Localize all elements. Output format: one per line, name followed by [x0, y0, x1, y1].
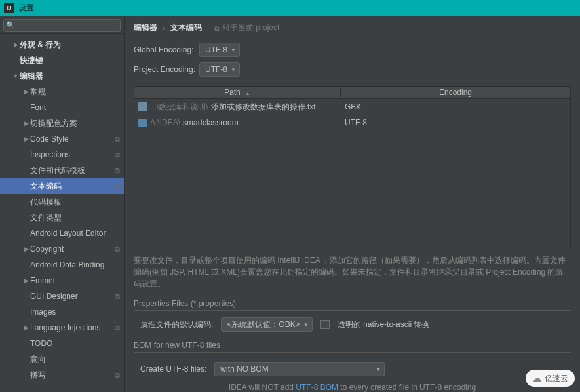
- sidebar-item-label: 拼写: [30, 370, 115, 381]
- sidebar-item[interactable]: ▶Code Style⧉: [0, 131, 124, 147]
- sidebar-item-label: 常规: [30, 87, 120, 98]
- table-row[interactable]: ...\数据库和说明\添加或修改数据库表的操作.txtGBK: [134, 99, 570, 115]
- sidebar-item[interactable]: Inspections⧉: [0, 147, 124, 163]
- encoding-hint: 要更改文件，目录或整个项目使用的编码 IntelliJ IDEA ，添加它的路径…: [134, 254, 571, 290]
- sidebar-item[interactable]: 拼写⧉: [0, 367, 124, 383]
- project-encoding-label: Project Encoding:: [134, 65, 199, 74]
- utf8-bom-link[interactable]: UTF-8 BOM: [296, 383, 338, 392]
- breadcrumb-separator: ›: [163, 24, 165, 33]
- settings-sidebar: 🔍 ▶外观 & 行为快捷键▼编辑器▶常规Font▶切换配色方案▶Code Sty…: [0, 16, 125, 392]
- cloud-icon: ☁: [532, 372, 542, 384]
- expand-arrow-icon: ▶: [22, 246, 30, 252]
- sidebar-item-label: 意向: [30, 354, 120, 365]
- chevron-down-icon: ▼: [231, 67, 236, 73]
- project-scope-icon: ⧉: [115, 167, 120, 175]
- sidebar-item-label: Images: [30, 307, 120, 317]
- sidebar-item-label: Language Injections: [30, 323, 115, 332]
- expand-arrow-icon: ▶: [22, 136, 30, 142]
- transparent-ascii-label: 透明的 native-to-ascii 转换: [338, 319, 430, 330]
- sidebar-item-label: TODO: [30, 339, 120, 348]
- sidebar-item-label: Android Data Binding: [30, 260, 120, 269]
- app-icon: IJ: [4, 3, 14, 13]
- sidebar-item[interactable]: Font: [0, 100, 124, 115]
- sidebar-item[interactable]: ▶Language Injections⧉: [0, 320, 124, 336]
- sidebar-item[interactable]: 代码模板: [0, 194, 124, 210]
- sidebar-item[interactable]: 快捷键: [0, 52, 124, 68]
- project-scope-icon: ⧉: [115, 182, 120, 191]
- expand-arrow-icon: ▶: [22, 88, 30, 95]
- sidebar-item[interactable]: GUI Designer⧉: [0, 288, 124, 304]
- sidebar-item[interactable]: ▶常规: [0, 84, 124, 100]
- global-encoding-dropdown[interactable]: UTF-8 ▼: [199, 43, 240, 57]
- path-cell: A:\IDEA\smartclassroom: [134, 118, 341, 127]
- sidebar-item-label: 编辑器: [20, 71, 120, 82]
- column-path[interactable]: Path ▲: [134, 88, 341, 97]
- expand-arrow-icon: ▼: [12, 73, 20, 79]
- sidebar-item-label: 快捷键: [20, 55, 120, 66]
- bom-hint: IDEA will NOT add UTF-8 BOM to every cre…: [134, 383, 571, 392]
- sidebar-item[interactable]: TODO: [0, 336, 124, 351]
- search-input[interactable]: [3, 19, 121, 32]
- window-titlebar: IJ 设置: [0, 0, 580, 16]
- sidebar-item[interactable]: 文件类型: [0, 210, 124, 225]
- sidebar-item[interactable]: Android Layout Editor: [0, 225, 124, 241]
- sidebar-item[interactable]: ▶外观 & 行为: [0, 37, 124, 52]
- project-scope-icon: ⧉: [115, 324, 120, 332]
- bom-dropdown[interactable]: with NO BOM ▼: [214, 362, 385, 376]
- transparent-ascii-checkbox[interactable]: [320, 320, 330, 329]
- properties-encoding-dropdown[interactable]: <系统默认值：GBK> ▼: [221, 317, 312, 332]
- path-cell: ...\数据库和说明\添加或修改数据库表的操作.txt: [134, 102, 341, 113]
- encoding-table-header: Path ▲ Encoding: [134, 86, 571, 99]
- encoding-cell[interactable]: UTF-8: [341, 118, 570, 127]
- table-row[interactable]: A:\IDEA\smartclassroomUTF-8: [134, 115, 570, 130]
- sidebar-item[interactable]: 文本编码⧉: [0, 178, 124, 194]
- sidebar-item[interactable]: 意向: [0, 351, 124, 367]
- sidebar-item-label: Code Style: [30, 134, 115, 144]
- expand-arrow-icon: ▶: [12, 41, 20, 48]
- default-encoding-label: 属性文件的默认编码:: [140, 319, 213, 330]
- search-icon: 🔍: [6, 21, 15, 29]
- sidebar-item[interactable]: ▶Emmet: [0, 273, 124, 288]
- sidebar-item-label: 文件和代码模板: [30, 165, 115, 176]
- window-title: 设置: [18, 3, 34, 14]
- expand-arrow-icon: ▶: [22, 277, 30, 284]
- column-encoding[interactable]: Encoding: [341, 88, 570, 97]
- sidebar-item-label: 文本编码: [30, 181, 115, 192]
- project-encoding-dropdown[interactable]: UTF-8 ▼: [199, 62, 240, 77]
- sidebar-item-label: Copyright: [30, 245, 115, 254]
- breadcrumb-main: 编辑器: [134, 22, 157, 33]
- sidebar-item-label: 切换配色方案: [30, 118, 120, 129]
- sidebar-item[interactable]: Android Data Binding: [0, 257, 124, 273]
- bom-section-title: BOM for new UTF-8 files: [134, 341, 571, 353]
- sidebar-item[interactable]: ▶切换配色方案: [0, 115, 124, 131]
- chevron-down-icon: ▼: [231, 47, 236, 53]
- global-encoding-label: Global Encoding:: [134, 45, 199, 54]
- sidebar-item[interactable]: 文件和代码模板⧉: [0, 163, 124, 178]
- search-container: 🔍: [0, 16, 124, 34]
- sidebar-item-label: Android Layout Editor: [30, 229, 120, 238]
- chevron-down-icon: ▼: [376, 366, 381, 372]
- sidebar-item[interactable]: ▶Copyright⧉: [0, 241, 124, 257]
- sort-asc-icon: ▲: [245, 90, 250, 96]
- sidebar-item[interactable]: ▼编辑器: [0, 68, 124, 84]
- project-scope-icon: ⧉: [115, 245, 120, 254]
- folder-icon: [138, 119, 147, 127]
- file-icon: [138, 102, 147, 111]
- sidebar-item-label: 外观 & 行为: [20, 39, 120, 50]
- encoding-cell[interactable]: GBK: [341, 102, 570, 111]
- create-utf8-label: Create UTF-8 files:: [140, 364, 206, 374]
- breadcrumb: 编辑器 › 文本编码 ⧉ 对于当前 project: [134, 22, 571, 33]
- settings-tree: ▶外观 & 行为快捷键▼编辑器▶常规Font▶切换配色方案▶Code Style…: [0, 34, 124, 392]
- encoding-table-body: ...\数据库和说明\添加或修改数据库表的操作.txtGBKA:\IDEA\sm…: [134, 99, 571, 248]
- watermark: ☁ 亿速云: [526, 370, 575, 387]
- properties-section-title: Properties Files (*.properties): [134, 299, 571, 311]
- sidebar-item-label: 文件类型: [30, 212, 120, 224]
- chevron-down-icon: ▼: [303, 322, 309, 328]
- project-scope-icon: ⧉: [115, 151, 120, 159]
- project-scope-tag: ⧉ 对于当前 project: [214, 22, 279, 33]
- sidebar-item[interactable]: Images: [0, 304, 124, 320]
- expand-arrow-icon: ▶: [22, 324, 30, 331]
- sidebar-item-label: Inspections: [30, 150, 115, 159]
- sidebar-item-label: Emmet: [30, 276, 120, 285]
- project-scope-icon: ⧉: [115, 135, 120, 144]
